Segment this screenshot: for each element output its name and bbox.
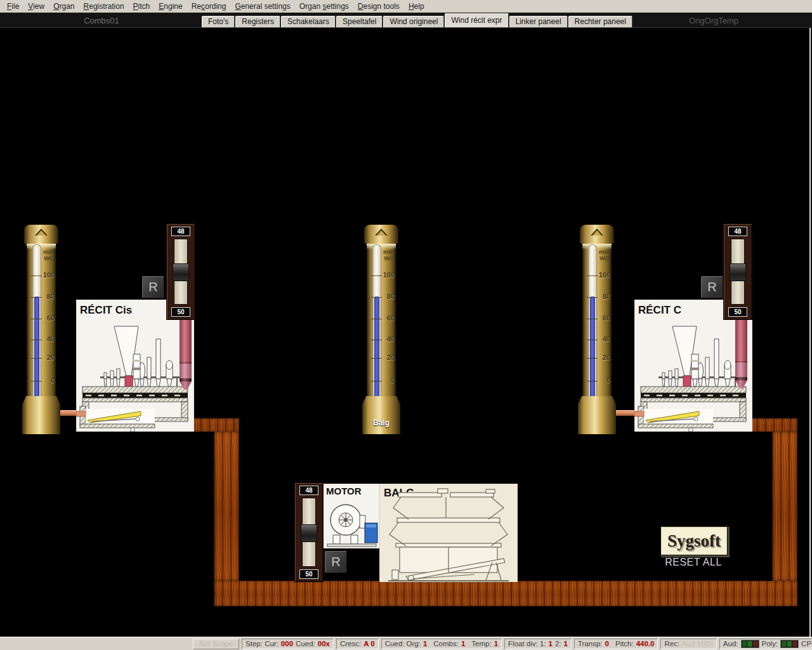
status-crescendo: Cresc:A 0 xyxy=(336,639,379,649)
manometer-cap xyxy=(364,225,398,244)
pressure-column xyxy=(34,296,39,401)
maker-emblem-icon xyxy=(375,229,388,235)
slider-handle[interactable] xyxy=(301,524,317,542)
manometer-cap xyxy=(24,225,58,244)
slider-track[interactable] xyxy=(174,239,188,305)
step-current-value: 000 xyxy=(281,640,293,647)
reset-all-button[interactable]: RESET ALL xyxy=(657,557,730,568)
tab-rechter-paneel[interactable]: Rechter paneel xyxy=(568,16,632,27)
reset-button-balg[interactable]: R xyxy=(325,551,347,573)
manometer-tube xyxy=(32,244,41,401)
crescendo-value: A 0 xyxy=(363,640,374,647)
menu-organ-settings[interactable]: Organ settings xyxy=(295,1,353,12)
reset-button-recit-c[interactable]: R xyxy=(701,276,723,298)
combination-set-label: Combs01 xyxy=(60,16,143,25)
sygsoft-logo: Sygsoft xyxy=(660,526,728,555)
tab-registers[interactable]: Registers xyxy=(235,16,280,27)
balg-diagram: BALG xyxy=(379,484,518,582)
rec-midi-indicator: MIDI xyxy=(698,640,713,647)
manometer-base xyxy=(578,396,616,434)
status-float-div: Float div: 1:1 2:1 xyxy=(504,639,572,649)
panel-title: RÉCIT C xyxy=(638,304,681,316)
status-transpose-pitch: Transp:0 Pitch:440.0 xyxy=(574,639,658,649)
tab-speeltafel[interactable]: Speeltafel xyxy=(336,16,383,27)
app-window: File View Organ Registration Pitch Engin… xyxy=(0,0,812,650)
wind-trunk-right-vertical xyxy=(772,432,797,581)
manometer-body: mmWC 100 80 60 40 20 0 xyxy=(27,244,56,396)
float-div2-value: 1 xyxy=(564,640,568,647)
manometer-recit-c: mmWC 100 80 60 40 20 0 xyxy=(578,225,616,434)
manometer-tube xyxy=(372,244,381,401)
cued-combs-value: 1 xyxy=(461,640,465,647)
menu-view[interactable]: View xyxy=(23,1,49,12)
maker-emblem-icon xyxy=(35,229,48,235)
cued-temp-value: 1 xyxy=(494,640,498,647)
main-canvas: mmWC 100 80 60 40 20 0 mmWC 100 80 60 40 xyxy=(0,27,812,637)
menubar: File View Organ Registration Pitch Engin… xyxy=(0,0,812,13)
pressure-column xyxy=(374,296,379,401)
slider-min-label: 50 xyxy=(171,307,190,317)
right-edge-line xyxy=(809,28,811,637)
wind-trunk-left-elbow xyxy=(192,418,239,432)
status-step: Step: Cur:000 Cued:00x xyxy=(242,639,334,649)
menu-design-tools[interactable]: Design tools xyxy=(353,1,404,12)
cued-organ-value: 1 xyxy=(423,640,427,647)
menu-help[interactable]: Help xyxy=(404,1,429,12)
slider-handle[interactable] xyxy=(173,263,189,281)
maker-emblem-icon xyxy=(591,229,603,235)
manometer-recit-cis: mmWC 100 80 60 40 20 0 xyxy=(22,225,60,434)
audio-meter xyxy=(741,640,759,648)
menu-recording[interactable]: Recording xyxy=(187,1,231,12)
reset-button-recit-cis[interactable]: R xyxy=(142,276,164,298)
slider-handle[interactable] xyxy=(730,263,746,281)
transpose-value: 0 xyxy=(605,640,608,647)
pressure-tube-right xyxy=(614,410,636,416)
balg-gauge-label: Balg xyxy=(362,418,400,427)
manometer-body: mmWC 100 80 60 40 20 0 xyxy=(582,244,612,396)
manometer-base: Balg xyxy=(362,396,400,434)
wind-trunk-right-elbow xyxy=(749,418,797,432)
slider-min-label: 50 xyxy=(299,569,318,579)
unit-label: mmWC xyxy=(43,249,54,262)
slider-min-label: 50 xyxy=(728,307,747,317)
menu-pitch[interactable]: Pitch xyxy=(129,1,155,12)
manometer-cap xyxy=(580,225,614,244)
rec-audio-indicator: Aud xyxy=(682,640,695,647)
step-cued-value: 00x xyxy=(318,640,330,647)
tab-linker-paneel[interactable]: Linker paneel xyxy=(509,16,568,27)
panel-title: RÉCIT Cis xyxy=(80,304,132,316)
tab-schakelaars[interactable]: Schakelaars xyxy=(281,16,336,27)
wind-slider-recit-cis[interactable]: 48 50 xyxy=(166,223,195,320)
pressure-tube-left xyxy=(59,410,77,416)
slider-track[interactable] xyxy=(731,239,745,305)
manometer-balg: mmWC 100 80 60 40 20 0 Balg xyxy=(362,225,400,434)
tabbar: Combs01 Foto's Registers Schakelaars Spe… xyxy=(0,13,812,27)
red-pipe-recit-c xyxy=(735,319,747,388)
menu-file[interactable]: File xyxy=(3,1,23,12)
manometer-body: mmWC 100 80 60 40 20 0 xyxy=(367,244,396,396)
pressure-column xyxy=(590,296,595,401)
manometer-base xyxy=(22,396,60,434)
menu-registration[interactable]: Registration xyxy=(79,1,129,12)
status-cued: Cued: Org:1 Combs:1 Temp:1 xyxy=(381,639,502,649)
wind-slider-recit-c[interactable]: 48 50 xyxy=(723,223,752,320)
menu-general-settings[interactable]: General settings xyxy=(230,1,294,12)
motor-diagram: MOTOR xyxy=(323,484,379,548)
status-recording: Rec: Aud MIDI xyxy=(660,639,716,649)
tab-fotos[interactable]: Foto's xyxy=(202,16,235,27)
slider-track[interactable] xyxy=(302,498,316,567)
wind-trunk-bottom-horizontal xyxy=(214,581,797,606)
organ-temperament-label: OrigOrgTemp xyxy=(669,16,758,25)
tab-strip: Foto's Registers Schakelaars Speeltafel … xyxy=(202,13,633,27)
wind-slider-balg[interactable]: 48 50 xyxy=(294,482,324,582)
unit-label: mmWC xyxy=(383,249,394,262)
float-div1-value: 1 xyxy=(549,640,553,647)
menu-engine[interactable]: Engine xyxy=(154,1,187,12)
polyphony-meter xyxy=(780,640,799,648)
tab-wind-recit-expr[interactable]: Wind récit expr xyxy=(445,13,508,27)
wind-trunk-left-vertical xyxy=(214,432,239,581)
menu-organ[interactable]: Organ xyxy=(49,1,79,12)
pitch-value: 440.0 xyxy=(636,640,655,647)
tab-wind-origineel[interactable]: Wind origineel xyxy=(383,16,444,27)
unit-label: mmWC xyxy=(599,249,610,262)
